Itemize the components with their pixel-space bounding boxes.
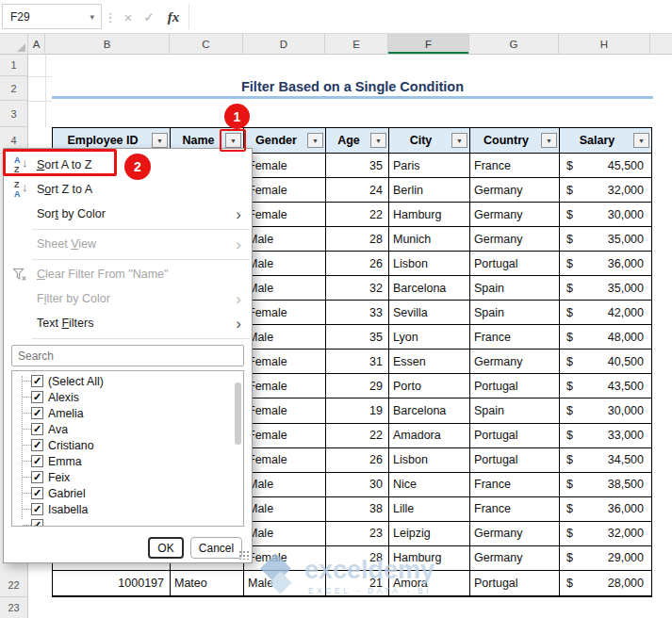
cell-salary[interactable]: $43,500	[560, 374, 651, 398]
cell-gender[interactable]: Female	[244, 178, 326, 202]
cell-age[interactable]: 35	[326, 325, 389, 349]
cell-gender[interactable]: Female	[244, 203, 326, 226]
cell-age[interactable]: 32	[326, 276, 389, 300]
row-header-23[interactable]: 23	[0, 597, 27, 618]
cell-age[interactable]: 26	[326, 252, 389, 275]
cell-country[interactable]: Portugal	[470, 571, 560, 595]
cell-age[interactable]: 35	[326, 154, 389, 177]
filter-button-city[interactable]: ▼	[451, 133, 467, 148]
filter-list-item[interactable]: ✓ Gabriel	[18, 485, 243, 501]
menu-item-sort-by-color[interactable]: Sort by Color ›	[4, 202, 252, 226]
column-header-c[interactable]: C	[170, 34, 243, 54]
cell-country[interactable]: France	[470, 325, 560, 349]
cell-age[interactable]: 24	[326, 178, 389, 202]
confirm-entry-icon[interactable]: ✓	[139, 0, 158, 34]
cell-city[interactable]: Hamburg	[389, 203, 470, 226]
cell-city[interactable]: Nice	[389, 473, 470, 496]
cell-city[interactable]: Lille	[389, 497, 470, 521]
cell-salary[interactable]: $32,000	[560, 522, 651, 545]
cell-city[interactable]: Lisbon	[389, 448, 470, 472]
cell-salary[interactable]: $32,000	[560, 178, 651, 202]
cell-country[interactable]: Germany	[470, 350, 560, 373]
cell-salary[interactable]: $30,000	[560, 398, 651, 422]
cell-city[interactable]: Porto	[389, 374, 470, 398]
header-age[interactable]: Age▼	[326, 128, 389, 153]
cell-age[interactable]: 22	[326, 203, 389, 226]
cell-salary[interactable]: $40,500	[560, 350, 651, 373]
filter-list-item[interactable]: ✓ Isabella	[18, 501, 243, 517]
filter-list-item[interactable]: ✓ (Select All)	[18, 373, 243, 389]
cell-age[interactable]: 22	[326, 424, 389, 447]
filter-button-employee-id[interactable]: ▼	[152, 133, 168, 148]
checkbox-checked-icon[interactable]: ✓	[31, 503, 43, 515]
row-header-3[interactable]: 3	[0, 101, 27, 127]
filter-list-item[interactable]: ✓ Emma	[18, 453, 243, 469]
header-gender[interactable]: Gender▼	[244, 128, 326, 153]
cell-name[interactable]: Mateo	[171, 571, 244, 595]
resize-grip[interactable]	[238, 550, 249, 560]
cell-city[interactable]: Berlin	[389, 178, 470, 202]
filter-button-salary[interactable]: ▼	[633, 133, 649, 148]
cell-country[interactable]: Germany	[470, 227, 560, 251]
cell-country[interactable]: Portugal	[470, 374, 560, 398]
cell-salary[interactable]: $48,000	[560, 325, 651, 349]
cell-salary[interactable]: $38,500	[560, 473, 651, 496]
cell-country[interactable]: Spain	[470, 276, 560, 300]
filter-search-input[interactable]	[11, 345, 244, 366]
cell-salary[interactable]: $34,500	[560, 448, 651, 472]
cell-country[interactable]: Germany	[470, 178, 560, 202]
checkbox-checked-icon[interactable]: ✓	[31, 471, 43, 483]
cell-city[interactable]: Sevilla	[389, 301, 470, 324]
cell-city[interactable]: Lisbon	[389, 252, 470, 275]
formula-bar[interactable]	[188, 4, 672, 29]
cell-gender[interactable]: Male	[244, 227, 326, 251]
column-header-d[interactable]: D	[243, 34, 325, 54]
cell-age[interactable]: 30	[326, 473, 389, 496]
filter-button-country[interactable]: ▼	[541, 133, 557, 148]
cell-employee-id[interactable]: 1000197	[53, 571, 171, 595]
header-country[interactable]: Country▼	[470, 128, 560, 153]
cell-city[interactable]: Essen	[389, 350, 470, 373]
cell-salary[interactable]: $36,000	[560, 497, 651, 521]
cell-city[interactable]: Amadora	[389, 424, 470, 447]
checkbox-checked-icon[interactable]: ✓	[31, 519, 43, 527]
cell-gender[interactable]: Female	[244, 398, 326, 422]
column-header-b[interactable]: B	[45, 34, 170, 54]
cell-age[interactable]: 23	[326, 522, 389, 545]
cell-salary[interactable]: $35,000	[560, 227, 651, 251]
cell-gender[interactable]: Female	[244, 350, 326, 373]
cell-gender[interactable]: Male	[244, 252, 326, 275]
cell-city[interactable]: Barcelona	[389, 398, 470, 422]
cell-gender[interactable]: Male	[244, 497, 326, 521]
cell-gender[interactable]: Female	[244, 301, 326, 324]
cell-country[interactable]: Portugal	[470, 252, 560, 275]
checkbox-checked-icon[interactable]: ✓	[31, 487, 43, 499]
header-salary[interactable]: Salary▼	[560, 128, 651, 153]
row-header-2[interactable]: 2	[0, 76, 27, 101]
cell-country[interactable]: Spain	[470, 301, 560, 324]
cell-country[interactable]: Germany	[470, 522, 560, 545]
cancel-entry-icon[interactable]: ×	[119, 0, 138, 34]
cell-salary[interactable]: $35,000	[560, 276, 651, 300]
cell-salary[interactable]: $42,000	[560, 301, 651, 324]
cell-age[interactable]: 26	[326, 448, 389, 472]
cell-salary[interactable]: $45,500	[560, 154, 651, 177]
cell-country[interactable]: Germany	[470, 203, 560, 226]
checkbox-checked-icon[interactable]: ✓	[31, 407, 43, 419]
row-header-1[interactable]: 1	[0, 55, 27, 76]
cell-city[interactable]: Lyon	[389, 325, 470, 349]
cancel-button[interactable]: Cancel	[190, 537, 242, 559]
filter-list-item[interactable]: ✓ Ava	[18, 421, 243, 437]
cell-gender[interactable]: Male	[244, 473, 326, 496]
checkbox-checked-icon[interactable]: ✓	[31, 423, 43, 435]
filter-button-gender[interactable]: ▼	[307, 133, 323, 148]
name-box-dropdown-icon[interactable]: ▾	[90, 12, 101, 22]
cell-country[interactable]: France	[470, 473, 560, 496]
column-header-e[interactable]: E	[325, 34, 388, 54]
column-header-f-selected[interactable]: F	[388, 34, 469, 54]
insert-function-icon[interactable]: fx	[162, 0, 185, 34]
menu-item-sort-z-to-a[interactable]: ZA↓ Sort Z to A	[4, 177, 252, 202]
ok-button[interactable]: OK	[148, 537, 184, 559]
filter-list-item[interactable]: ✓ Amelia	[18, 405, 243, 421]
header-city[interactable]: City▼	[389, 128, 470, 153]
